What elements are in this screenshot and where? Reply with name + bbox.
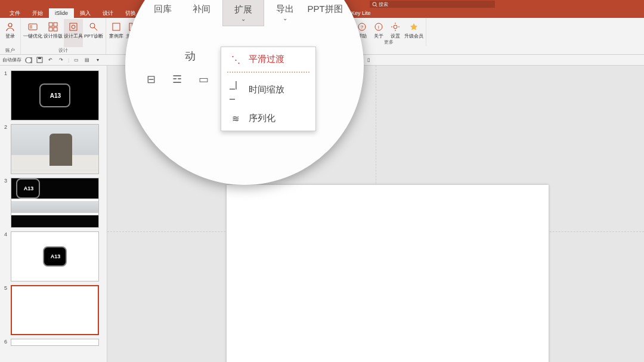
thumb-4[interactable]: 4⋆A13: [2, 231, 107, 281]
svg-point-33: [26, 58, 31, 63]
layers-icon: ≋: [230, 113, 242, 124]
svg-rect-35: [38, 57, 41, 59]
search-placeholder: 搜索: [379, 1, 388, 8]
tab-islide[interactable]: iSlide: [49, 8, 74, 18]
oneclick-button[interactable]: 一键优化: [23, 19, 42, 47]
dd-time-zoom[interactable]: ⎯|⎯时间缩放: [221, 73, 315, 106]
mini-tool-2[interactable]: ☲: [169, 73, 185, 86]
layout-button[interactable]: 设计排版: [44, 19, 63, 47]
time-icon: ⎯|⎯: [230, 79, 242, 100]
svg-point-2: [8, 23, 12, 27]
autosave-toggle[interactable]: [25, 57, 32, 64]
zoom-section-label: 动: [185, 49, 196, 63]
dd-serialize[interactable]: ≋序列化: [221, 106, 315, 131]
svg-point-0: [373, 2, 376, 6]
autosave-label: 自动保存: [2, 57, 21, 63]
settings-button[interactable]: 设置: [388, 19, 403, 39]
thumbnail-scrollbar[interactable]: [101, 67, 106, 91]
svg-rect-5: [49, 23, 52, 26]
tab-file[interactable]: 文件: [4, 8, 26, 18]
slide-canvas[interactable]: [227, 185, 549, 362]
designtools-button[interactable]: 设计工具: [64, 19, 83, 47]
svg-text:i: i: [378, 24, 379, 30]
thumb-2[interactable]: 2⋆: [2, 124, 107, 174]
thumb-3[interactable]: 3A13: [2, 178, 107, 228]
tab-design[interactable]: 设计: [97, 8, 119, 18]
svg-rect-9: [70, 23, 77, 30]
tween-button[interactable]: 补间: [181, 0, 222, 26]
svg-line-12: [94, 27, 97, 30]
svg-point-10: [72, 25, 75, 29]
svg-rect-7: [49, 27, 52, 31]
upgrade-button[interactable]: 升级会员: [404, 19, 423, 39]
diagnose-button[interactable]: PPT诊断: [84, 19, 103, 47]
thumb-5[interactable]: 5: [2, 285, 107, 335]
export-button[interactable]: 导出⌄: [264, 0, 306, 26]
dots-icon: ⋱: [230, 54, 242, 65]
svg-rect-4: [30, 25, 32, 29]
about-button[interactable]: i关于: [371, 19, 386, 39]
qat-tool-1[interactable]: ▭: [73, 57, 80, 64]
svg-line-1: [376, 5, 377, 7]
thumb-6[interactable]: 6: [2, 339, 107, 346]
libs-button[interactable]: 回库: [145, 0, 181, 26]
extend-dropdown: ⋱平滑过渡 ⎯|⎯时间缩放 ≋序列化: [221, 47, 316, 131]
svg-point-11: [90, 23, 95, 28]
redo-icon[interactable]: ↷: [57, 57, 64, 64]
dd-smooth-transition[interactable]: ⋱平滑过渡: [221, 47, 315, 72]
tab-home[interactable]: 开始: [26, 8, 49, 18]
mini-tool-3[interactable]: ▭: [196, 73, 211, 86]
qat-bar[interactable]: ▯: [365, 57, 372, 64]
svg-text:?: ?: [361, 24, 364, 30]
slide-thumbnails: 1⋆A13 2⋆ 3A13 4⋆A13 5 6: [0, 66, 107, 362]
mini-tool-1[interactable]: ⊟: [143, 73, 159, 86]
extend-button[interactable]: 扩展⌄: [222, 0, 264, 26]
svg-rect-6: [54, 23, 57, 26]
save-icon[interactable]: [36, 57, 43, 64]
svg-rect-13: [113, 23, 120, 30]
caselib-button[interactable]: 案例库: [109, 19, 124, 47]
merge-button[interactable]: PPT拼图: [306, 0, 344, 26]
undo-icon[interactable]: ↶: [47, 57, 54, 64]
qat-tool-2[interactable]: ▤: [83, 57, 91, 64]
qat-tool-3[interactable]: ▾: [94, 57, 101, 64]
login-button[interactable]: 登录: [2, 19, 18, 47]
svg-rect-8: [54, 27, 57, 31]
thumb-1[interactable]: 1⋆A13: [2, 70, 107, 120]
search-box[interactable]: 搜索: [370, 1, 495, 8]
tab-insert[interactable]: 插入: [74, 8, 97, 18]
svg-point-31: [394, 25, 397, 29]
